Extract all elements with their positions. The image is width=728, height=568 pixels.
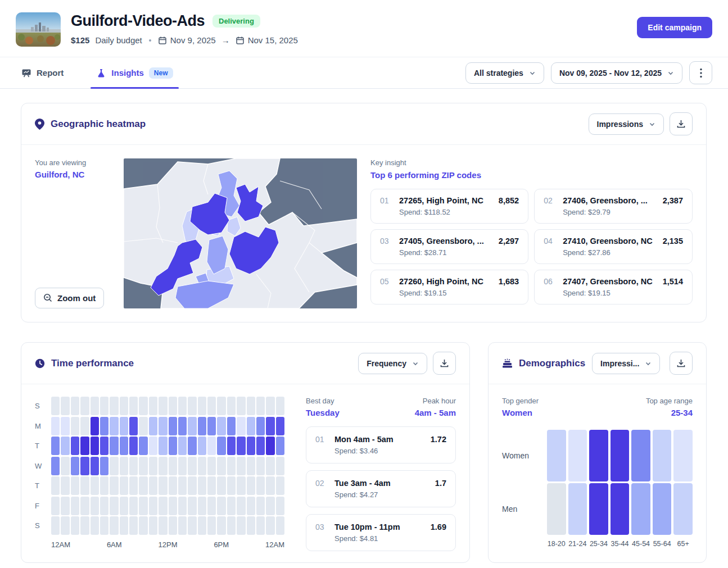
rank-number: 04 — [544, 237, 557, 246]
heat-cell — [217, 437, 225, 455]
heat-cell — [100, 457, 108, 475]
heat-cell — [217, 417, 225, 435]
heat-cell — [188, 497, 196, 515]
heat-cell — [237, 437, 245, 455]
rank-number: 02 — [315, 479, 329, 488]
x-tick-label: 6PM — [214, 540, 229, 549]
heat-cell — [217, 397, 225, 415]
heat-cell — [673, 430, 693, 481]
zip-list: 01 27265, High Point, NC 8,852 Spend: $1… — [370, 189, 693, 305]
heat-cell — [129, 516, 138, 535]
heat-cell — [178, 476, 187, 495]
rank-value: 1.69 — [431, 522, 446, 531]
heat-cell — [589, 483, 608, 535]
heat-cell — [207, 457, 216, 475]
heat-cell — [91, 417, 99, 435]
tab-report[interactable]: Report — [16, 57, 69, 88]
more-options-button[interactable] — [689, 61, 712, 84]
time-metric-dropdown[interactable]: Frequency — [358, 353, 427, 374]
heat-cell — [611, 483, 630, 535]
heat-cell — [120, 437, 128, 455]
heat-cell — [188, 437, 196, 455]
heat-cell — [198, 497, 206, 515]
heat-cell — [159, 476, 167, 495]
time-download-button[interactable] — [433, 352, 456, 375]
zip-choropleth-map[interactable] — [124, 158, 357, 308]
heat-cell — [71, 397, 79, 415]
geo-download-button[interactable] — [670, 112, 693, 135]
strategy-filter-dropdown[interactable]: All strategies — [465, 62, 544, 84]
heat-cell — [227, 397, 236, 415]
demo-metric-dropdown[interactable]: Impressi... — [592, 353, 660, 374]
tab-insights[interactable]: Insights New — [91, 57, 178, 88]
heat-cell — [611, 430, 630, 481]
heat-cell — [207, 437, 216, 455]
age-range-label: 45-54 — [631, 540, 650, 548]
map-pin-icon — [35, 119, 44, 130]
heat-cell — [149, 437, 157, 455]
heat-cell — [276, 497, 284, 515]
flask-icon — [96, 68, 106, 78]
day-label: F — [35, 497, 51, 515]
time-heatmap[interactable]: SMTWTFS 12AM6AM12PM6PM12AM — [35, 397, 284, 551]
heat-cell — [198, 457, 206, 475]
date-range-dropdown[interactable]: Nov 09, 2025 - Nov 12, 2025 — [551, 62, 682, 84]
heat-cell — [139, 397, 147, 415]
heat-cell — [247, 457, 255, 475]
heat-cell — [61, 417, 69, 435]
heat-cell — [129, 437, 138, 455]
heat-cell — [227, 417, 236, 435]
heat-cell — [673, 483, 693, 535]
heat-cell — [207, 497, 216, 515]
heat-cell — [217, 497, 225, 515]
time-heatmap-x-axis: 12AM6AM12PM6PM12AM — [51, 540, 284, 549]
heat-cell — [256, 497, 265, 515]
heat-cell — [100, 417, 108, 435]
heat-cell — [247, 437, 255, 455]
heat-cell — [139, 437, 147, 455]
edit-campaign-button[interactable]: Edit campaign — [637, 17, 712, 38]
heat-cell — [71, 437, 79, 455]
heat-cell — [80, 437, 89, 455]
rank-spend: Spend: $28.71 — [380, 248, 519, 257]
heat-cell — [149, 476, 157, 495]
status-badge: Delivering — [212, 15, 260, 28]
heat-cell — [589, 430, 608, 481]
heat-cell — [256, 476, 265, 495]
heat-cell — [149, 457, 157, 475]
best-day-value: Tuesday — [306, 408, 340, 417]
heat-cell — [217, 457, 225, 475]
day-label: T — [35, 437, 51, 455]
rank-value: 2,135 — [663, 237, 683, 246]
demographics-heatmap[interactable]: WomenMen 18-2021-2425-3435-4445-5455-646… — [502, 430, 693, 548]
zoom-out-button[interactable]: Zoom out — [35, 288, 104, 308]
rank-card: 06 27407, Greensboro, NC 1,514 Spend: $1… — [534, 270, 693, 305]
heat-cell — [169, 437, 177, 455]
rank-name: Tue 10pm - 11pm — [334, 522, 420, 531]
demo-download-button[interactable] — [670, 352, 693, 375]
heat-cell — [568, 430, 587, 481]
start-date: Nov 9, 2025 — [158, 35, 216, 45]
age-range-label: 55-64 — [653, 540, 672, 548]
demo-card-title: Demographics — [519, 358, 585, 369]
chevron-down-icon — [529, 70, 536, 76]
heat-cell — [207, 476, 216, 495]
heat-cell — [61, 457, 69, 475]
heat-cell — [178, 457, 187, 475]
heat-cell — [91, 476, 99, 495]
geo-metric-dropdown[interactable]: Impressions — [589, 113, 664, 135]
heat-cell — [91, 397, 99, 415]
peak-hour-label: Peak hour — [415, 397, 456, 405]
heat-cell — [207, 516, 216, 535]
heat-cell — [149, 497, 157, 515]
heat-cell — [178, 437, 187, 455]
heat-cell — [139, 516, 147, 535]
heat-cell — [217, 516, 225, 535]
heat-cell — [100, 516, 108, 535]
viewing-region[interactable]: Guilford, NC — [35, 170, 124, 179]
heat-cell — [276, 417, 284, 435]
heat-cell — [188, 417, 196, 435]
heat-cell — [61, 497, 69, 515]
heat-cell — [169, 497, 177, 515]
heat-cell — [129, 476, 138, 495]
